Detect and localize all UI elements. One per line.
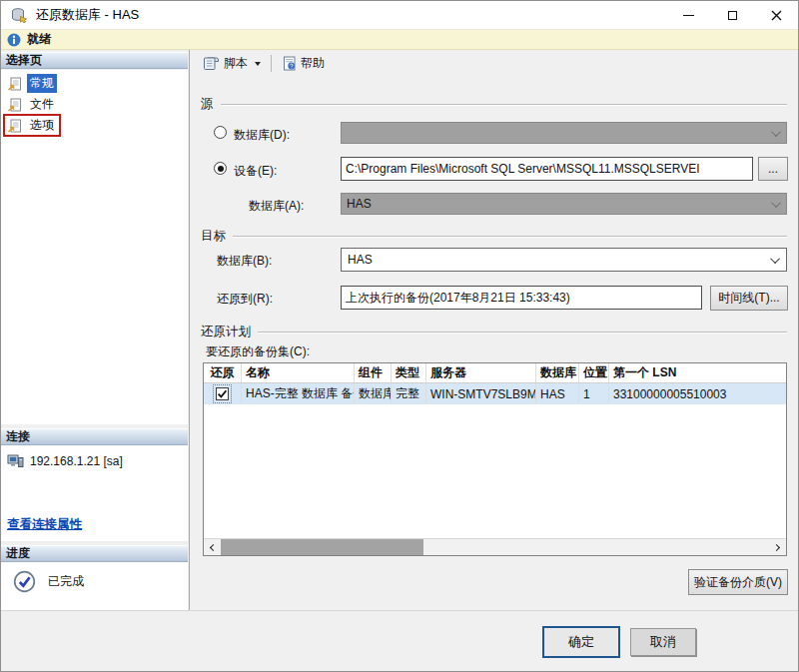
divider [221, 104, 788, 106]
target-database-label: 数据库(B): [217, 253, 272, 270]
connection-server: 192.168.1.21 [sa] [30, 454, 123, 468]
chevron-down-icon [770, 254, 780, 264]
column-header-database[interactable]: 数据库 [536, 363, 579, 382]
source-database-select-label: 数据库(A): [249, 198, 304, 215]
verify-backup-media-label: 验证备份介质(V) [694, 574, 782, 591]
window-title: 还原数据库 - HAS [36, 6, 139, 24]
backup-sets-grid: 还原 名称 组件 类型 服务器 数据库 位置 第一个 LSN HAS-完整 数据… [203, 362, 787, 556]
sidebar-item-label: 常规 [27, 74, 57, 93]
column-header-restore[interactable]: 还原 [204, 363, 242, 382]
scroll-right-button[interactable] [769, 539, 786, 555]
device-path-value: C:\Program Files\Microsoft SQL Server\MS… [346, 162, 700, 176]
titlebar: 还原数据库 - HAS [1, 1, 798, 29]
target-section-title: 目标 [201, 228, 787, 245]
verify-backup-media-button[interactable]: 验证备份介质(V) [688, 569, 788, 595]
cell-database: HAS [536, 383, 579, 404]
help-button[interactable]: 帮助 [277, 53, 330, 74]
view-connection-properties-link[interactable]: 查看连接属性 [7, 516, 82, 533]
restore-plan-section-title: 还原计划 [201, 324, 787, 340]
sidebar: 选择页 常规 文件 [1, 50, 190, 612]
page-icon [7, 98, 22, 112]
cell-first-lsn: 33100000005510003 [609, 383, 786, 404]
script-button[interactable]: 脚本 [198, 53, 266, 74]
pages-list: 常规 文件 选项 [1, 70, 188, 424]
cell-type: 完整 [392, 383, 426, 404]
progress-header-label: 进度 [6, 545, 30, 562]
device-radio-label: 设备(E): [234, 163, 277, 180]
chevron-down-icon [771, 198, 781, 208]
backup-set-row[interactable]: HAS-完整 数据库 备份 数据库 完整 WIN-SMTV7SLB9M7 HAS… [204, 383, 786, 404]
progress-panel: 已完成 [1, 562, 188, 611]
divider [233, 236, 787, 238]
connection-panel: 192.168.1.21 [sa] 查看连接属性 [1, 445, 188, 541]
sidebar-item-label: 选项 [27, 116, 57, 135]
check-icon [217, 388, 228, 399]
select-page-header-label: 选择页 [6, 52, 42, 69]
scrollbar-thumb[interactable] [221, 539, 423, 555]
select-page-header: 选择页 [1, 52, 188, 69]
ok-label: 确定 [568, 633, 594, 651]
column-header-first-lsn[interactable]: 第一个 LSN [609, 363, 786, 382]
target-database-combo[interactable]: HAS [341, 248, 787, 272]
ok-button[interactable]: 确定 [542, 626, 620, 658]
restore-to-value: 上次执行的备份(2017年8月21日 15:33:43) [346, 290, 570, 307]
column-header-position[interactable]: 位置 [579, 363, 609, 382]
footer: 确定 取消 [1, 610, 798, 671]
source-database-combo[interactable] [341, 122, 787, 144]
device-path-input[interactable]: C:\Program Files\Microsoft SQL Server\MS… [341, 157, 753, 181]
script-icon [203, 56, 220, 71]
restore-database-icon [10, 7, 28, 23]
sidebar-item-general[interactable]: 常规 [1, 73, 188, 94]
column-header-name[interactable]: 名称 [242, 363, 355, 382]
cell-name: HAS-完整 数据库 备份 [242, 383, 355, 404]
maximize-button[interactable] [710, 1, 754, 29]
column-header-server[interactable]: 服务器 [426, 363, 536, 382]
cancel-button[interactable]: 取消 [630, 628, 696, 656]
target-database-value: HAS [348, 253, 373, 267]
database-radio-label: 数据库(D): [234, 127, 290, 144]
restore-to-label: 还原到(R): [217, 291, 273, 308]
help-icon [282, 56, 297, 71]
column-header-type[interactable]: 类型 [392, 363, 426, 382]
progress-header: 进度 [1, 545, 188, 562]
timeline-label: 时间线(T)... [718, 290, 779, 307]
restore-checkbox[interactable] [216, 387, 229, 400]
minimize-button[interactable] [666, 1, 710, 29]
source-database-value: HAS [347, 197, 372, 211]
cell-position: 1 [579, 383, 609, 404]
toolbar: 脚本 帮助 [191, 50, 799, 77]
chevron-left-icon [210, 543, 217, 550]
source-section-title: 源 [201, 96, 787, 113]
done-check-icon [13, 570, 36, 593]
source-database-select[interactable]: HAS [341, 193, 787, 215]
cell-component: 数据库 [355, 383, 392, 404]
help-label: 帮助 [301, 55, 325, 72]
sidebar-item-label: 文件 [27, 95, 57, 114]
timeline-button[interactable]: 时间线(T)... [710, 286, 788, 311]
restore-to-input[interactable]: 上次执行的备份(2017年8月21日 15:33:43) [341, 286, 702, 310]
horizontal-scrollbar[interactable] [204, 538, 786, 555]
target-title-label: 目标 [201, 228, 226, 245]
browse-button[interactable]: ... [758, 157, 788, 181]
restore-plan-title-label: 还原计划 [201, 324, 251, 340]
status-text: 就绪 [27, 31, 51, 48]
restore-database-dialog: 还原数据库 - HAS 就绪 选择页 [0, 0, 799, 672]
script-label: 脚本 [224, 55, 248, 72]
close-button[interactable] [754, 1, 798, 29]
sidebar-item-options[interactable]: 选项 [1, 115, 188, 136]
database-radio[interactable] [214, 126, 227, 139]
device-radio[interactable] [214, 162, 227, 175]
info-icon [7, 33, 21, 47]
divider [258, 332, 787, 334]
chevron-right-icon [773, 543, 780, 550]
column-header-component[interactable]: 组件 [355, 363, 392, 382]
cell-server: WIN-SMTV7SLB9M7 [426, 383, 536, 404]
browse-label: ... [768, 162, 778, 176]
cancel-label: 取消 [650, 633, 676, 651]
sidebar-item-files[interactable]: 文件 [1, 94, 188, 115]
progress-status: 已完成 [48, 573, 84, 590]
scroll-left-button[interactable] [204, 539, 221, 555]
maximize-icon [728, 11, 737, 20]
chevron-down-icon [771, 127, 781, 137]
status-strip: 就绪 [1, 29, 798, 50]
